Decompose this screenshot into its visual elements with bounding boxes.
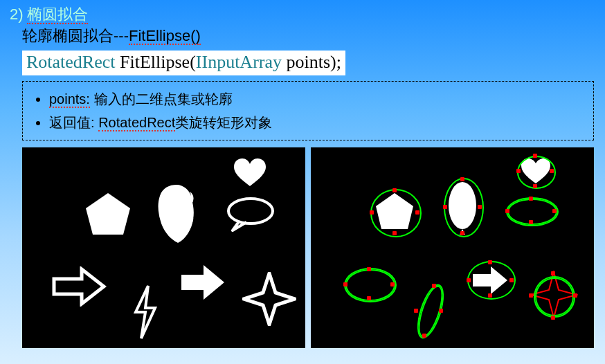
param1-name: points: xyxy=(49,92,90,108)
heart-icon xyxy=(233,157,267,188)
marker-icon xyxy=(551,271,555,275)
svg-point-1 xyxy=(228,199,273,224)
blob-icon xyxy=(157,183,196,244)
param2-desc: 类旋转矩形对象 xyxy=(175,115,272,130)
param-item: 返回值: RotatedRect类旋转矩形对象 xyxy=(49,111,584,134)
marker-icon xyxy=(529,197,533,201)
marker-icon xyxy=(415,210,419,215)
sig-param-name: points xyxy=(287,52,331,72)
marker-icon xyxy=(343,282,347,286)
section-heading: 2) 椭圆拟合 xyxy=(10,6,598,24)
marker-icon xyxy=(460,231,464,235)
arrow-outline-icon xyxy=(51,266,107,307)
function-signature: RotatedRect FitEllipse(IInputArray point… xyxy=(22,51,345,75)
speech-bubble-icon xyxy=(226,196,276,232)
marker-icon xyxy=(533,184,537,188)
image-panels xyxy=(22,147,594,348)
param-item: points: 输入的二维点集或轮廓 xyxy=(49,87,584,111)
param1-desc: 输入的二维点集或轮廓 xyxy=(94,91,233,107)
marker-icon xyxy=(370,210,374,215)
fit-ellipse xyxy=(370,189,422,237)
marker-icon xyxy=(367,296,371,300)
sig-func-name: FitEllipse xyxy=(120,52,190,72)
subtitle-func: FitEllipse() xyxy=(129,28,201,45)
marker-icon xyxy=(488,260,492,264)
marker-icon xyxy=(509,278,514,282)
lightning-icon xyxy=(132,284,159,340)
arrow-filled-icon xyxy=(180,264,226,301)
marker-icon xyxy=(533,154,537,158)
sig-close: ); xyxy=(330,52,341,72)
marker-icon xyxy=(516,169,521,173)
marker-icon xyxy=(467,278,471,282)
panel-original xyxy=(22,147,305,348)
marker-icon xyxy=(392,231,397,235)
sig-open: ( xyxy=(190,52,196,72)
marker-icon xyxy=(573,293,577,298)
marker-icon xyxy=(552,209,557,213)
svg-marker-0 xyxy=(86,193,130,235)
panel-fitted xyxy=(311,147,594,348)
marker-icon xyxy=(488,293,492,298)
marker-icon xyxy=(390,282,395,286)
marker-icon xyxy=(505,209,509,213)
marker-icon xyxy=(443,205,447,209)
marker-icon xyxy=(460,177,464,181)
param2-type: RotatedRect xyxy=(98,116,175,131)
marker-icon xyxy=(367,267,371,271)
four-point-star-icon xyxy=(242,272,296,326)
subtitle-prefix: 轮廓椭圆拟合--- xyxy=(22,27,129,44)
pentagon-icon xyxy=(84,193,132,236)
param2-name: 返回值: xyxy=(49,115,95,130)
marker-icon xyxy=(478,205,482,209)
marker-icon xyxy=(432,284,436,288)
subtitle: 轮廓椭圆拟合---FitEllipse() xyxy=(22,26,598,46)
marker-icon xyxy=(529,293,533,298)
section-title: 椭圆拟合 xyxy=(27,6,88,24)
sig-param-type: IInputArray xyxy=(196,52,282,72)
marker-icon xyxy=(529,220,533,224)
fit-ellipse xyxy=(534,276,575,318)
marker-icon xyxy=(551,316,555,320)
parameter-box: points: 输入的二维点集或轮廓 返回值: RotatedRect类旋转矩形… xyxy=(22,81,594,140)
marker-icon xyxy=(414,309,418,313)
sig-return-type: RotatedRect xyxy=(26,52,116,72)
marker-icon xyxy=(439,309,443,313)
marker-icon xyxy=(392,188,397,192)
marker-icon xyxy=(422,334,426,338)
marker-icon xyxy=(550,169,554,173)
section-number: 2) xyxy=(10,6,24,23)
